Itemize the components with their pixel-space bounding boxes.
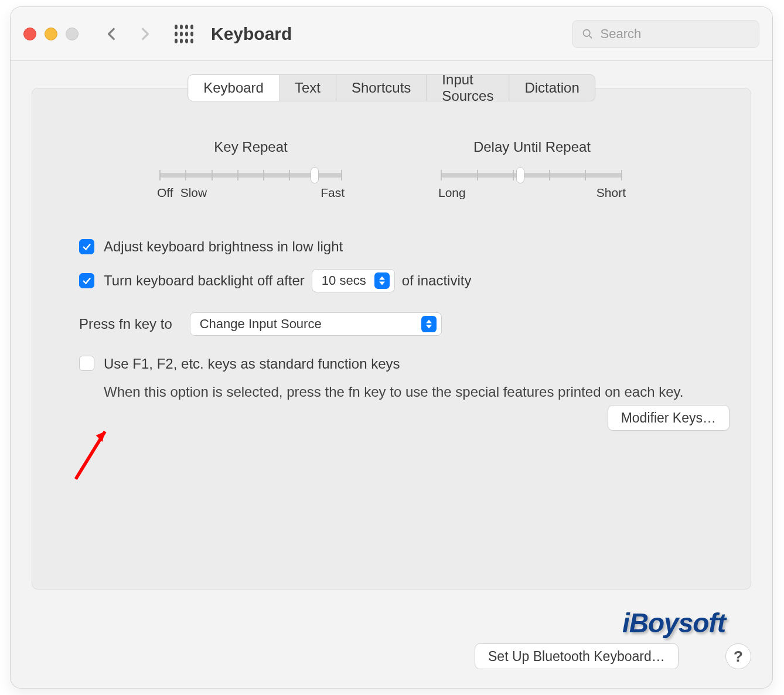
- preferences-tabbar: Keyboard Text Shortcuts Input Sources Di…: [188, 74, 595, 101]
- svg-marker-7: [96, 431, 105, 442]
- adjust-brightness-row: Adjust keyboard brightness in low light: [79, 239, 706, 255]
- zoom-window-button[interactable]: [66, 28, 79, 40]
- window-controls: [23, 28, 79, 40]
- key-repeat-title: Key Repeat: [157, 139, 345, 155]
- close-window-button[interactable]: [23, 28, 36, 40]
- show-all-icon[interactable]: [175, 25, 193, 43]
- minimize-window-button[interactable]: [45, 28, 57, 40]
- function-keys-checkbox[interactable]: [79, 356, 94, 371]
- function-keys-sublabel: When this option is selected, press the …: [104, 383, 684, 401]
- delay-long-label: Long: [438, 186, 466, 200]
- svg-point-0: [583, 29, 589, 36]
- back-button[interactable]: [104, 26, 120, 42]
- updown-stepper-icon: [421, 316, 437, 332]
- help-button[interactable]: ?: [725, 643, 751, 669]
- search-input[interactable]: [601, 26, 749, 42]
- delay-until-repeat-slider[interactable]: [441, 173, 622, 178]
- modifier-keys-button[interactable]: Modifier Keys…: [608, 405, 730, 431]
- key-repeat-fast-label: Fast: [321, 186, 345, 200]
- content: Keyboard Text Shortcuts Input Sources Di…: [11, 61, 772, 688]
- press-fn-value: Change Input Source: [200, 316, 322, 332]
- updown-stepper-icon: [374, 272, 390, 289]
- delay-short-label: Short: [596, 186, 626, 200]
- tab-shortcuts[interactable]: Shortcuts: [336, 75, 427, 101]
- adjust-brightness-label: Adjust keyboard brightness in low light: [104, 239, 343, 255]
- function-keys-row: Use F1, F2, etc. keys as standard functi…: [79, 356, 706, 372]
- backlight-off-label-after: of inactivity: [402, 272, 472, 289]
- svg-marker-2: [379, 277, 385, 280]
- tab-dictation[interactable]: Dictation: [509, 75, 594, 101]
- delay-until-repeat-thumb[interactable]: [516, 167, 524, 183]
- delay-until-repeat-title: Delay Until Repeat: [438, 139, 626, 155]
- search-icon: [582, 28, 594, 40]
- press-fn-popup[interactable]: Change Input Source: [190, 312, 442, 336]
- tab-text[interactable]: Text: [279, 75, 336, 101]
- backlight-off-checkbox[interactable]: [79, 273, 94, 288]
- setup-bluetooth-keyboard-button[interactable]: Set Up Bluetooth Keyboard…: [475, 643, 679, 669]
- preferences-box: Keyboard Text Shortcuts Input Sources Di…: [32, 88, 751, 590]
- annotation-arrow: [71, 424, 113, 482]
- svg-marker-5: [426, 325, 432, 329]
- key-repeat-slider[interactable]: [159, 173, 342, 178]
- toolbar: Keyboard: [11, 7, 772, 61]
- press-fn-row: Press fn key to Change Input Source: [79, 312, 706, 336]
- function-keys-label: Use F1, F2, etc. keys as standard functi…: [104, 356, 400, 372]
- key-repeat-slow-label: Slow: [180, 186, 207, 200]
- backlight-delay-value: 10 secs: [322, 273, 366, 288]
- backlight-off-row: Turn keyboard backlight off after 10 sec…: [79, 269, 706, 292]
- tab-keyboard[interactable]: Keyboard: [188, 75, 279, 101]
- key-repeat-block: Key Repeat Off Slow Fast: [157, 139, 345, 200]
- forward-button[interactable]: [137, 26, 152, 42]
- key-repeat-off-label: Off: [157, 186, 173, 200]
- adjust-brightness-checkbox[interactable]: [79, 239, 94, 254]
- pane-title: Keyboard: [211, 24, 292, 44]
- press-fn-label: Press fn key to: [79, 316, 172, 332]
- svg-marker-3: [379, 282, 385, 285]
- sliders-section: Key Repeat Off Slow Fast Delay Until Re: [157, 139, 626, 200]
- svg-line-6: [76, 431, 105, 479]
- key-repeat-thumb[interactable]: [311, 167, 319, 183]
- svg-marker-4: [426, 320, 432, 323]
- tab-input-sources[interactable]: Input Sources: [427, 75, 509, 101]
- search-field[interactable]: [572, 20, 759, 48]
- backlight-off-label-before: Turn keyboard backlight off after: [104, 272, 305, 289]
- svg-line-1: [589, 35, 592, 38]
- delay-until-repeat-block: Delay Until Repeat Long Short: [438, 139, 626, 200]
- nav-buttons: [104, 26, 152, 42]
- system-preferences-window: Keyboard Keyboard Text Shortcuts Input S…: [11, 7, 772, 688]
- backlight-delay-popup[interactable]: 10 secs: [312, 269, 395, 292]
- options-section: Adjust keyboard brightness in low light …: [79, 239, 706, 401]
